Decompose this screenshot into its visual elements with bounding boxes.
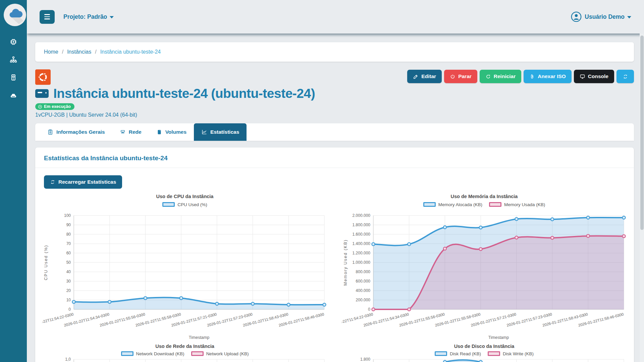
- sidebar-item-servers[interactable]: [9, 91, 18, 100]
- app-logo[interactable]: [4, 4, 26, 26]
- svg-text:40: 40: [66, 269, 71, 274]
- legend-label: Network Download (KB): [136, 351, 184, 356]
- svg-text:90: 90: [66, 223, 71, 227]
- sidebar-item-network[interactable]: [9, 55, 18, 64]
- refresh-button[interactable]: [616, 70, 634, 83]
- svg-text:1.000.000: 1.000.000: [352, 260, 370, 265]
- tab-general-info[interactable]: Informações Gerais: [40, 123, 112, 141]
- tab-network[interactable]: Rede: [112, 123, 149, 141]
- svg-text:1,0: 1,0: [65, 357, 71, 362]
- svg-text:1.200.000: 1.200.000: [352, 251, 370, 255]
- legend-label: CPU Used (%): [177, 202, 207, 207]
- instance-specs: 1vCPU-2GB | Ubuntu Server 24.04 (64-bit): [35, 112, 137, 118]
- svg-text:10: 10: [66, 298, 71, 302]
- svg-text:1.600.000: 1.600.000: [352, 232, 370, 237]
- sitemap-icon: [9, 56, 17, 64]
- reload-statistics-button[interactable]: Recarregar Estatísticas: [44, 175, 122, 189]
- sidebar-item-instances[interactable]: [9, 38, 18, 46]
- chart-legend: CPU Used (%): [42, 200, 328, 209]
- svg-text:600.000: 600.000: [356, 279, 370, 284]
- svg-text:20: 20: [66, 288, 71, 293]
- svg-text:1.400.000: 1.400.000: [352, 241, 370, 246]
- svg-text:2.000.000: 2.000.000: [352, 213, 370, 218]
- legend-item[interactable]: Network Download (KB): [121, 351, 184, 356]
- breadcrumb-home[interactable]: Home: [44, 49, 58, 55]
- legend-item[interactable]: CPU Used (%): [162, 202, 207, 207]
- breadcrumb: Home / Instâncias / Instância ubuntu-tes…: [35, 42, 634, 62]
- sync-icon: [50, 179, 55, 185]
- legend-item[interactable]: Memory Alocada (KB): [423, 202, 482, 207]
- memory-usage-chart: Uso de Memória da Instância Memory Aloca…: [341, 193, 627, 343]
- svg-text:1.800.000: 1.800.000: [352, 223, 370, 227]
- legend-label: Disk Write (KB): [503, 351, 534, 356]
- user-menu[interactable]: Usuário Demo: [571, 11, 631, 22]
- edit-button[interactable]: Editar: [407, 70, 442, 83]
- breadcrumb-current: Instância ubuntu-teste-24: [100, 49, 161, 55]
- svg-text:30: 30: [66, 279, 71, 284]
- project-selector[interactable]: Projeto: Padrão: [63, 13, 114, 20]
- svg-text:50: 50: [66, 260, 71, 265]
- project-label: Projeto: Padrão: [63, 13, 107, 20]
- svg-text:60: 60: [66, 251, 71, 255]
- statistics-panel: Estatísticas da Instância ubuntu-teste-2…: [35, 147, 634, 362]
- server-icon: [9, 91, 17, 99]
- legend-item[interactable]: Disk Read (KB): [435, 351, 481, 356]
- restart-button[interactable]: Reiniciar: [480, 70, 521, 83]
- legend-swatch: [488, 351, 500, 356]
- topbar: Projeto: Padrão Usuário Demo: [27, 0, 644, 34]
- status-badge: Em execução: [35, 103, 74, 110]
- disk-usage-chart: Uso de Disco da Instância Disk Read (KB)…: [341, 343, 627, 362]
- chart-legend: Memory Alocada (KB)Memory Usada (KB): [341, 200, 627, 209]
- svg-text:800.000: 800.000: [356, 269, 370, 274]
- svg-text:70: 70: [66, 241, 71, 246]
- cloud-logo-icon: [5, 5, 25, 25]
- scrollbar-track[interactable]: [640, 34, 644, 362]
- svg-text:0: 0: [68, 307, 71, 312]
- legend-item[interactable]: Disk Write (KB): [488, 351, 534, 356]
- restart-icon: [485, 74, 491, 79]
- legend-label: Network Upload (KB): [206, 351, 249, 356]
- statistics-heading: Estatísticas da Instância ubuntu-teste-2…: [35, 147, 634, 168]
- legend-item[interactable]: Memory Usada (KB): [489, 202, 545, 207]
- user-circle-icon: [571, 11, 582, 22]
- tab-volumes[interactable]: Volumes: [149, 123, 194, 141]
- power-icon: [450, 74, 455, 79]
- divider: [35, 168, 634, 168]
- chart-canvas: 01020304050607080901002026-01-22T11:54:2…: [42, 209, 328, 341]
- charts-grid: Uso de CPU da Instância CPU Used (%) 010…: [35, 189, 634, 362]
- chart-plot: 1.800: [341, 357, 627, 362]
- play-circle-icon: [38, 105, 42, 109]
- pencil-icon: [413, 74, 419, 79]
- clipboard-icon: [47, 129, 53, 135]
- page-title-row: Instância ubuntu-teste-24 (ubuntu-teste-…: [35, 86, 315, 101]
- legend-swatch: [121, 351, 133, 356]
- svg-text:100: 100: [64, 213, 71, 218]
- tab-statistics[interactable]: Estatísticas: [194, 123, 247, 141]
- sidebar-item-volumes[interactable]: [9, 73, 18, 82]
- chart-line-icon: [201, 129, 207, 135]
- svg-text:400.000: 400.000: [356, 288, 370, 293]
- svg-text:Timestamp: Timestamp: [189, 335, 209, 340]
- chart-canvas: 1.800: [341, 357, 627, 362]
- network-switch-icon: [120, 129, 126, 135]
- breadcrumb-instances[interactable]: Instâncias: [67, 49, 91, 55]
- legend-swatch: [435, 351, 447, 356]
- chart-legend: Network Download (KB)Network Upload (KB): [42, 350, 328, 357]
- scrollbar-thumb[interactable]: [640, 36, 644, 230]
- attach-iso-button[interactable]: Anexar ISO: [524, 70, 572, 83]
- instance-actions: Editar Parar Reiniciar Anexar ISO Consol…: [35, 70, 634, 83]
- chart-canvas: 0200.000400.000600.000800.0001.000.0001.…: [341, 209, 627, 341]
- legend-item[interactable]: Network Upload (KB): [191, 351, 249, 356]
- menu-toggle-button[interactable]: [40, 10, 55, 24]
- chart-canvas: 1,0: [42, 357, 328, 362]
- stop-button[interactable]: Parar: [444, 70, 477, 83]
- console-button[interactable]: Console: [574, 70, 614, 83]
- chart-plot: 01020304050607080901002026-01-22T11:54:2…: [42, 209, 328, 343]
- svg-text:Memory Used (KB): Memory Used (KB): [343, 239, 348, 286]
- hamburger-icon: [44, 14, 50, 15]
- legend-swatch: [489, 202, 501, 207]
- svg-text:200.000: 200.000: [356, 298, 370, 302]
- tabs: Informações Gerais Rede Volumes Estatíst…: [35, 123, 634, 141]
- chart-title: Uso de Memória da Instância: [341, 193, 627, 200]
- sidebar: [0, 0, 27, 362]
